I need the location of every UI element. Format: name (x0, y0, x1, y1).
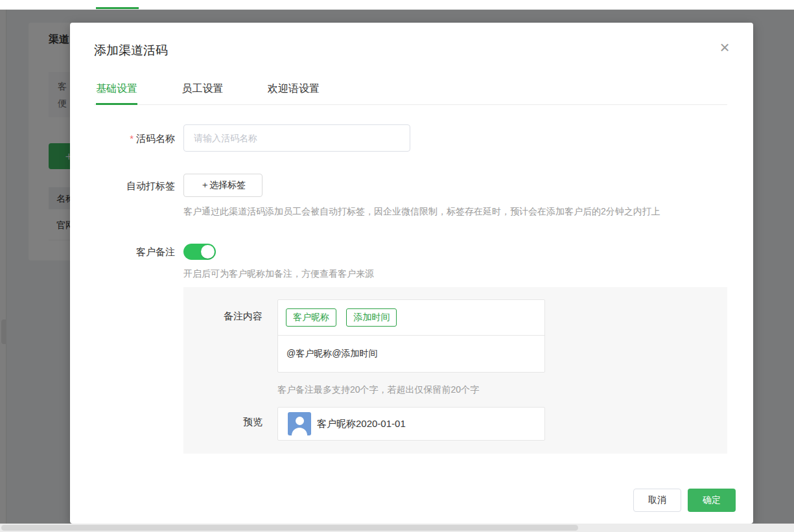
auto-tag-label: 自动打标签 (91, 180, 175, 192)
modal-title: 添加渠道活码 (94, 42, 168, 59)
code-name-label: *活码名称 (91, 133, 175, 145)
top-nav-bar (0, 0, 794, 10)
remark-content-box: 客户昵称 添加时间 @客户昵称@添加时间 (277, 299, 545, 373)
remark-length-help: 客户备注最多支持20个字，若超出仅保留前20个字 (277, 384, 479, 396)
active-top-tab-indicator (96, 7, 139, 9)
code-name-input[interactable] (183, 124, 410, 152)
confirm-button[interactable]: 确定 (688, 489, 736, 512)
modal-tabs: 基础设置 员工设置 欢迎语设置 (94, 82, 727, 105)
preview-label: 预览 (183, 416, 263, 428)
tab-welcome-message-settings[interactable]: 欢迎语设置 (268, 82, 320, 104)
customer-remark-label: 客户备注 (91, 246, 175, 259)
auto-tag-help: 客户通过此渠道活码添加员工会被自动打标签，因企业微信限制，标签存在延时，预计会在… (183, 206, 660, 218)
insert-tag-add-time[interactable]: 添加时间 (346, 308, 397, 327)
select-tag-button[interactable]: ＋选择标签 (183, 174, 263, 197)
remark-settings-panel: 备注内容 客户昵称 添加时间 @客户昵称@添加时间 客户备注最多支持20个字，若… (183, 287, 727, 454)
preview-text: 客户昵称2020-01-01 (317, 418, 406, 430)
tab-basic-settings[interactable]: 基础设置 (96, 82, 137, 104)
cancel-button[interactable]: 取消 (633, 489, 681, 512)
add-channel-code-modal: 添加渠道活码 × 基础设置 员工设置 欢迎语设置 *活码名称 自动打标签 ＋选择… (70, 23, 753, 524)
remark-preview-box: 客户昵称2020-01-01 (277, 407, 545, 441)
remark-template-input[interactable]: @客户昵称@添加时间 (278, 336, 544, 372)
customer-remark-help: 开启后可为客户昵称加备注，方便查看客户来源 (183, 268, 374, 280)
screen: 渠道 客 便 ＋ 名称 官网 添加渠道活码 × 基础设置 员工设置 欢迎语设置 … (0, 0, 794, 532)
required-asterisk: * (130, 133, 134, 144)
tab-staff-settings[interactable]: 员工设置 (181, 82, 223, 104)
default-avatar-icon (288, 412, 311, 435)
toggle-knob (201, 245, 215, 259)
horizontal-scrollbar[interactable] (0, 524, 794, 532)
remark-insert-tags: 客户昵称 添加时间 (278, 300, 544, 336)
code-name-label-text: 活码名称 (136, 133, 175, 144)
customer-remark-toggle[interactable] (183, 244, 216, 260)
insert-tag-customer-nickname[interactable]: 客户昵称 (286, 308, 336, 327)
horizontal-scrollbar-thumb[interactable] (1, 525, 578, 531)
close-icon[interactable]: × (714, 37, 735, 58)
remark-content-label: 备注内容 (183, 310, 263, 323)
